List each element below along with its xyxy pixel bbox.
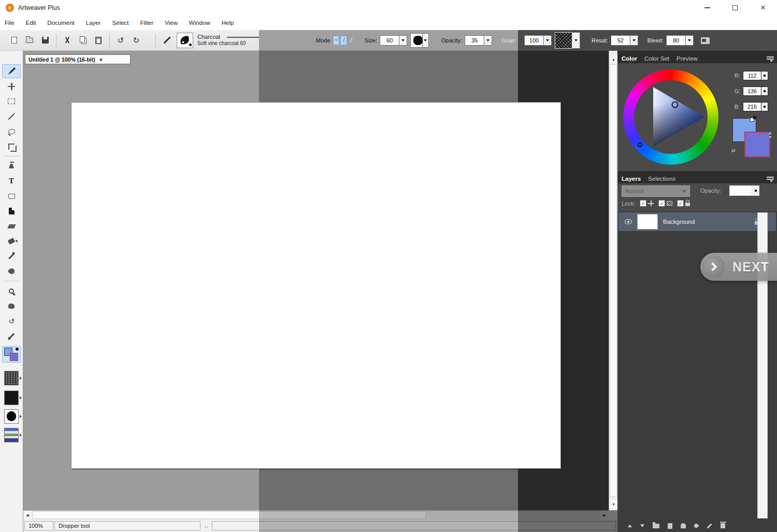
- tool-text[interactable]: T: [2, 174, 21, 188]
- menu-file[interactable]: File: [0, 18, 20, 28]
- green-dropdown-button[interactable]: [761, 87, 768, 96]
- bleed-dropdown-button[interactable]: [686, 35, 694, 46]
- canvas-horizontal-scrollbar[interactable]: ◀ ▶: [23, 510, 609, 520]
- tool-clone-stamp[interactable]: [2, 159, 21, 173]
- brush-tip-selector[interactable]: [1, 409, 22, 424]
- layer-opacity-input[interactable]: [729, 185, 752, 196]
- red-dropdown-button[interactable]: [761, 71, 768, 80]
- cut-button[interactable]: [61, 34, 74, 47]
- layer-edit-button[interactable]: [707, 525, 712, 527]
- resat-input[interactable]: 52: [611, 35, 630, 46]
- menu-window[interactable]: Window: [183, 18, 216, 28]
- stroke-style-button[interactable]: [160, 34, 174, 47]
- canvas-vertical-scrollbar[interactable]: ▲ ▼: [609, 51, 617, 510]
- horizontal-scroll-thumb[interactable]: [32, 511, 426, 519]
- document-tab[interactable]: Untitled 1 @ 100% (16-bit) ×: [25, 54, 131, 64]
- tool-fill[interactable]: [2, 234, 21, 248]
- layer-move-up-button[interactable]: [628, 524, 632, 527]
- maximize-button[interactable]: [721, 0, 749, 16]
- tool-smudge[interactable]: [2, 264, 21, 278]
- scroll-up-icon[interactable]: ▲: [609, 55, 618, 63]
- undo-button[interactable]: ↺: [114, 34, 127, 47]
- default-colors-icon[interactable]: [750, 116, 756, 121]
- paper-selector[interactable]: [1, 391, 22, 405]
- scroll-right-icon[interactable]: ▶: [600, 511, 609, 520]
- layers-panel-menu-icon[interactable]: [767, 176, 774, 182]
- copy-button[interactable]: [76, 34, 90, 47]
- canvas[interactable]: [71, 102, 561, 469]
- save-button[interactable]: [38, 34, 52, 47]
- menu-document[interactable]: Document: [41, 18, 80, 28]
- layer-move-down-button[interactable]: [640, 524, 644, 527]
- delete-layer-button[interactable]: [721, 523, 725, 528]
- size-input[interactable]: 60: [380, 35, 399, 46]
- menu-view[interactable]: View: [159, 18, 183, 28]
- brush-tip-button[interactable]: [410, 33, 423, 48]
- blue-input[interactable]: 216: [743, 102, 761, 111]
- tool-lasso[interactable]: [2, 124, 21, 138]
- layer-visibility-eye-icon[interactable]: [625, 219, 632, 224]
- tab-selections[interactable]: Selections: [648, 176, 675, 182]
- green-input[interactable]: 136: [743, 87, 761, 96]
- freehand-mode-button[interactable]: ~: [333, 36, 340, 45]
- blue-dropdown-button[interactable]: [761, 102, 768, 111]
- paste-button[interactable]: [92, 34, 105, 47]
- foreground-color-swatch-large[interactable]: [744, 132, 770, 157]
- tab-color-set[interactable]: Color Set: [644, 55, 669, 62]
- tool-crop[interactable]: [2, 139, 21, 153]
- saturation-value-triangle[interactable]: [634, 80, 708, 154]
- foreground-background-colors[interactable]: [2, 346, 21, 363]
- menu-layer[interactable]: Layer: [80, 18, 107, 28]
- tab-preview[interactable]: Preview: [677, 55, 698, 62]
- tool-pencil[interactable]: [2, 109, 21, 123]
- tab-color[interactable]: Color: [622, 55, 637, 62]
- tool-airbrush[interactable]: [2, 249, 21, 263]
- lock-all-checkbox[interactable]: ✓: [677, 200, 684, 207]
- brush-panel-toggle-button[interactable]: [701, 37, 710, 44]
- layer-opacity-dropdown-button[interactable]: [752, 185, 759, 196]
- lock-pixels-checkbox[interactable]: ✓: [658, 200, 665, 207]
- tool-hand[interactable]: [2, 299, 21, 313]
- opacity-dropdown-button[interactable]: [484, 35, 492, 46]
- menu-help[interactable]: Help: [216, 18, 240, 28]
- bleed-input[interactable]: 80: [666, 35, 686, 46]
- size-dropdown-button[interactable]: [399, 35, 407, 46]
- tool-zoom[interactable]: [2, 284, 21, 298]
- straight-line-mode-button[interactable]: /: [340, 36, 347, 45]
- brush-preview-button[interactable]: [177, 33, 193, 48]
- swatch-stepper-icon[interactable]: [768, 132, 772, 138]
- opacity-input[interactable]: 35: [465, 35, 484, 46]
- swap-colors-icon[interactable]: ⇄: [731, 148, 736, 153]
- scroll-down-icon[interactable]: ▼: [609, 500, 618, 508]
- tool-shape[interactable]: [2, 189, 21, 203]
- tool-rotate-view[interactable]: ↺: [2, 314, 21, 328]
- close-button[interactable]: ×: [749, 0, 777, 16]
- layer-mask-button[interactable]: [681, 523, 686, 528]
- menu-edit[interactable]: Edit: [20, 18, 42, 28]
- next-button[interactable]: NEXT: [700, 253, 777, 281]
- tool-gradient[interactable]: [2, 204, 21, 218]
- menu-select[interactable]: Select: [107, 18, 135, 28]
- grain-dropdown-button[interactable]: [544, 35, 552, 46]
- color-panel-menu-icon[interactable]: [767, 56, 774, 62]
- paper-texture-button[interactable]: [555, 32, 572, 49]
- new-group-button[interactable]: [653, 524, 659, 528]
- tool-rect-select[interactable]: [2, 94, 21, 108]
- menu-filter[interactable]: Filter: [135, 18, 160, 28]
- blend-mode-dropdown[interactable]: Normal: [622, 185, 690, 197]
- vertical-scroll-thumb[interactable]: [610, 64, 617, 497]
- pattern-selector[interactable]: [1, 371, 22, 385]
- hue-ring-marker[interactable]: [638, 142, 642, 147]
- tool-brush[interactable]: [2, 64, 21, 78]
- document-tab-close-icon[interactable]: ×: [99, 56, 103, 63]
- tool-color-picker[interactable]: [2, 329, 21, 343]
- tool-move[interactable]: [2, 79, 21, 93]
- grain-input[interactable]: 100: [524, 35, 544, 46]
- new-document-button[interactable]: [7, 34, 21, 47]
- scroll-left-icon[interactable]: ◀: [23, 511, 32, 520]
- tab-layers[interactable]: Layers: [622, 176, 641, 182]
- redo-button[interactable]: ↻: [130, 34, 143, 47]
- layer-row-background[interactable]: Background: [618, 212, 776, 231]
- gradient-selector[interactable]: [1, 428, 22, 442]
- lock-position-checkbox[interactable]: ✓: [640, 200, 646, 207]
